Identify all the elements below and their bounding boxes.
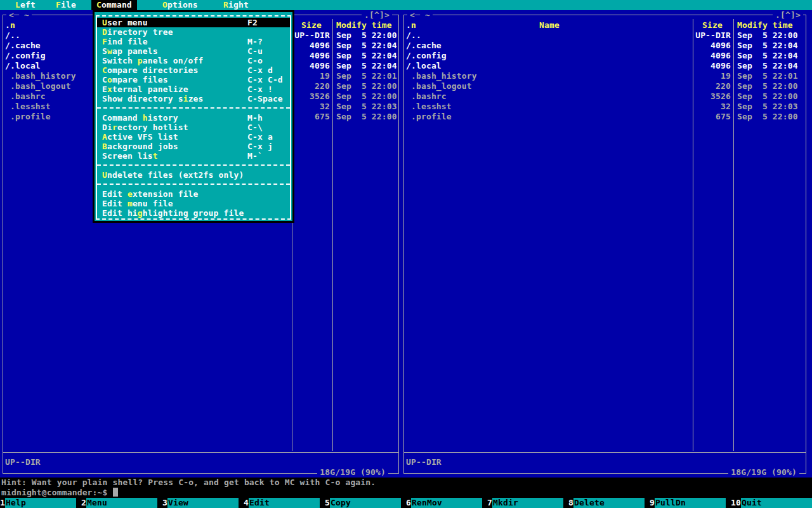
hotkey-letter: F: [56, 0, 61, 10]
file-name: .bash_history: [406, 71, 477, 81]
fkey-copy[interactable]: 5Copy: [325, 498, 406, 508]
menubar-item-file[interactable]: File: [51, 0, 81, 10]
fkey-pulldn[interactable]: 9PullDn: [650, 498, 731, 508]
file-mtime: Sep 5 22:00: [737, 81, 798, 91]
file-row[interactable]: /.cache4096Sep 5 22:04: [401, 41, 812, 51]
command-line[interactable]: midnight@commander:~$: [1, 488, 118, 498]
menu-item-swap-panels[interactable]: Swap panelsC-u: [97, 46, 290, 56]
file-name: /.local: [5, 61, 41, 71]
file-row[interactable]: .profile675Sep 5 22:00: [401, 112, 812, 122]
fkey-mkdir[interactable]: 7Mkdir: [487, 498, 568, 508]
file-name: .bashrc: [5, 91, 46, 102]
menu-item-shortcut: C-x a: [247, 132, 273, 142]
menu-item-undelete-files-ext2fs-only[interactable]: Undelete files (ext2fs only): [97, 170, 290, 180]
menubar-item-command[interactable]: Command: [91, 0, 137, 10]
file-mtime: Sep 5 22:04: [737, 51, 798, 61]
hotkey-letter: e: [128, 189, 133, 199]
menu-item-shortcut: C-x j: [247, 142, 273, 151]
hotkey-letter: C: [96, 0, 102, 10]
menu-item-shortcut: F2: [247, 18, 258, 27]
function-key-bar: 1Help2Menu3View4Edit5Copy6RenMov7Mkdir8D…: [0, 498, 812, 508]
menu-item-show-directory-sizes[interactable]: Show directory sizesC-Space: [97, 94, 290, 104]
mini-status: UP--DIR: [5, 457, 41, 467]
menu-item-user-menu[interactable]: User menuF2: [97, 18, 290, 27]
panel-scroll-marker[interactable]: .[^]>: [773, 10, 803, 20]
label-text: S: [102, 46, 107, 56]
label-text: Screen lis: [102, 151, 153, 161]
menu-item-edit-menu-file[interactable]: Edit menu file: [97, 199, 290, 208]
file-row[interactable]: /.local4096Sep 5 22:04: [401, 61, 812, 71]
fkey-label: Menu: [86, 498, 157, 508]
menu-item-edit-highlighting-group-file[interactable]: Edit highlighting group file: [97, 208, 290, 218]
menu-item-background-jobs[interactable]: Background jobsC-x j: [97, 142, 290, 151]
label-text: Show directory s: [102, 94, 183, 104]
column-header-size[interactable]: Size: [293, 20, 330, 30]
menubar-item-right[interactable]: Right: [218, 0, 254, 10]
menubar-item-left[interactable]: Left: [10, 0, 41, 10]
fkey-label: Mkdir: [492, 498, 563, 508]
file-mtime: Sep 5 22:04: [336, 41, 397, 51]
column-header-mtime[interactable]: Modify time: [737, 20, 798, 30]
menubar-item-options[interactable]: Options: [157, 0, 203, 10]
menu-item-directory-tree[interactable]: Directory tree: [97, 27, 290, 37]
fkey-help[interactable]: 1Help: [0, 498, 81, 508]
midnight-commander-screen: { "colors": { "panel_background": "#0000…: [0, 0, 812, 508]
label-text: ctive VFS list: [107, 132, 178, 142]
column-header-size[interactable]: Size: [694, 20, 731, 30]
file-name: .profile: [5, 112, 51, 122]
file-size: 19: [292, 71, 330, 81]
menu-separator: [97, 104, 290, 113]
menu-item-edit-extension-file[interactable]: Edit extension file: [97, 189, 290, 199]
command-menu-frame: User menuF2Directory treeFind fileM-?Swa…: [96, 15, 291, 220]
menu-item-command-history[interactable]: Command historyM-h: [97, 113, 290, 123]
file-row[interactable]: .lesshst32Sep 5 22:03: [401, 102, 812, 112]
hotkey-letter: B: [102, 142, 107, 151]
menu-item-shortcut: M-`: [247, 151, 263, 161]
fkey-quit[interactable]: 10Quit: [731, 498, 812, 508]
file-size: 4096: [693, 51, 731, 61]
hotkey-letter: L: [15, 0, 20, 10]
menu-item-screen-list[interactable]: Screen listM-`: [97, 151, 290, 161]
file-name: /.cache: [5, 41, 41, 51]
file-name: .bashrc: [406, 91, 447, 102]
file-size: 220: [693, 81, 731, 91]
menu-item-find-file[interactable]: Find fileM-?: [97, 37, 290, 46]
file-mtime: Sep 5 22:01: [336, 71, 397, 81]
panel-path[interactable]: <─ ~: [6, 10, 32, 20]
menu-item-switch-panels-on-off[interactable]: Switch panels on/offC-o: [97, 56, 290, 65]
file-row[interactable]: /..UP--DIRSep 5 22:00: [401, 30, 812, 41]
fkey-delete[interactable]: 8Delete: [568, 498, 650, 508]
label-text: ind file: [107, 37, 148, 46]
label-text: ompare directories: [107, 65, 199, 75]
file-size: 3526: [693, 91, 731, 102]
menu-item-external-panelize[interactable]: External panelizeC-x !: [97, 84, 290, 94]
menu-item-directory-hotlist[interactable]: Directory hotlistC-\: [97, 123, 290, 132]
menu-item-shortcut: C-Space: [247, 94, 283, 104]
label-text: ser menu: [107, 18, 148, 27]
menu-item-compare-directories[interactable]: Compare directoriesC-x d: [97, 65, 290, 75]
file-row[interactable]: .bash_history19Sep 5 22:01: [401, 71, 812, 81]
label-text: ap panels: [112, 46, 158, 56]
file-row[interactable]: .bashrc3526Sep 5 22:00: [401, 91, 812, 102]
column-header-mtime[interactable]: Modify time: [336, 20, 397, 30]
file-name: /..: [5, 30, 20, 41]
file-row[interactable]: .bash_logout220Sep 5 22:00: [401, 81, 812, 91]
menu-item-active-vfs-list[interactable]: Active VFS listC-x a: [97, 132, 290, 142]
fkey-edit[interactable]: 4Edit: [244, 498, 325, 508]
file-name: /.cache: [406, 41, 442, 51]
panel-scroll-marker[interactable]: .[^]>: [362, 10, 392, 20]
file-row[interactable]: /.config4096Sep 5 22:04: [401, 51, 812, 61]
fkey-number: 4: [244, 498, 249, 508]
panel-path[interactable]: <─ ~: [407, 10, 433, 20]
hotkey-letter: t: [153, 151, 158, 161]
fkey-view[interactable]: 3View: [162, 498, 244, 508]
file-mtime: Sep 5 22:00: [336, 81, 397, 91]
fkey-menu[interactable]: 2Menu: [81, 498, 162, 508]
file-size: 4096: [292, 61, 330, 71]
menu-item-compare-files[interactable]: Compare filesC-x C-d: [97, 75, 290, 84]
fkey-number: 3: [162, 498, 167, 508]
label-text: enu file: [133, 199, 173, 208]
fkey-renmov[interactable]: 6RenMov: [406, 498, 487, 508]
hotkey-letter: O: [162, 0, 167, 10]
column-header-name[interactable]: Name: [406, 20, 693, 30]
